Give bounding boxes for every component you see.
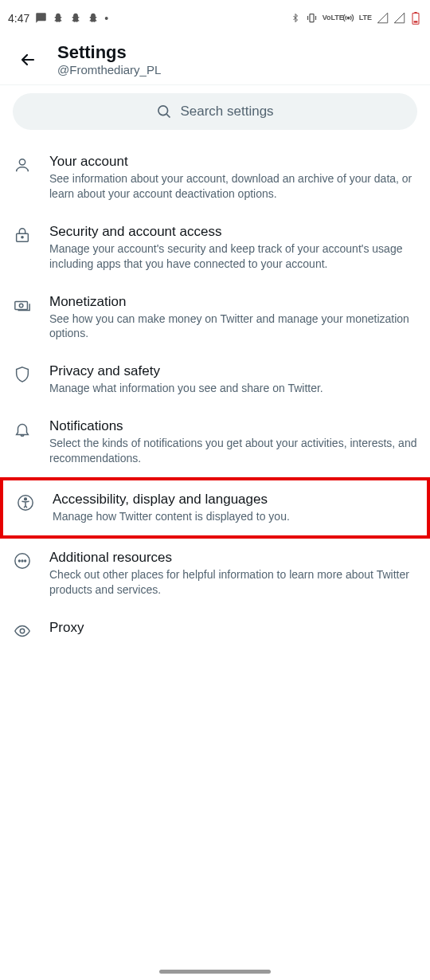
settings-item-notifications[interactable]: Notifications Select the kinds of notifi…	[0, 407, 430, 477]
setting-title: Security and account access	[49, 224, 417, 240]
signal-icon	[376, 12, 389, 25]
snapchat-icon	[69, 12, 82, 25]
settings-item-account[interactable]: Your account See information about your …	[0, 143, 430, 213]
svg-point-16	[25, 560, 26, 562]
status-time: 4:47	[8, 12, 29, 25]
setting-desc: See information about your account, down…	[49, 171, 417, 202]
eye-icon	[13, 621, 32, 641]
snapchat-icon	[87, 12, 100, 25]
svg-point-1	[347, 17, 350, 19]
setting-title: Accessibility, display and languages	[53, 492, 414, 508]
snapchat-icon	[52, 12, 64, 25]
battery-icon	[409, 12, 422, 25]
settings-header: Settings @Fromthediary_PL	[0, 36, 430, 85]
setting-desc: See how you can make money on Twitter an…	[49, 312, 417, 342]
setting-title: Additional resources	[49, 550, 417, 566]
person-icon	[13, 155, 32, 174]
search-input[interactable]: Search settings	[13, 93, 417, 130]
back-button[interactable]	[13, 45, 43, 75]
svg-point-5	[158, 106, 168, 116]
settings-item-monetization[interactable]: Monetization See how you can make money …	[0, 283, 430, 353]
settings-item-resources[interactable]: Additional resources Check out other pla…	[0, 539, 430, 609]
settings-item-proxy[interactable]: Proxy	[0, 609, 430, 652]
nav-indicator	[159, 970, 271, 974]
signal-icon	[393, 12, 405, 25]
svg-rect-4	[414, 21, 418, 22]
settings-item-accessibility[interactable]: Accessibility, display and languages Man…	[0, 477, 430, 539]
page-title: Settings	[57, 42, 161, 63]
setting-desc: Check out other places for helpful infor…	[49, 567, 417, 598]
settings-list: Your account See information about your …	[0, 138, 430, 652]
svg-rect-9	[15, 301, 28, 309]
account-handle: @Fromthediary_PL	[57, 63, 161, 76]
svg-rect-3	[414, 12, 416, 14]
hotspot-icon	[342, 12, 355, 25]
setting-title: Monetization	[49, 294, 417, 310]
setting-desc: Manage how Twitter content is displayed …	[53, 509, 414, 524]
svg-point-17	[20, 629, 25, 633]
message-icon	[34, 12, 47, 25]
setting-title: Notifications	[49, 418, 417, 434]
bluetooth-icon	[289, 12, 302, 25]
more-dot-icon: •	[104, 12, 108, 25]
lte-indicator: LTE	[359, 14, 372, 22]
setting-title: Privacy and safety	[49, 363, 417, 379]
setting-desc: Manage your account's security and keep …	[49, 241, 417, 272]
status-bar: 4:47 • VoLTE LTE	[0, 0, 430, 36]
accessibility-icon	[16, 493, 35, 512]
svg-rect-0	[310, 14, 314, 22]
svg-point-12	[25, 498, 27, 500]
volte-indicator: VoLTE	[322, 14, 338, 22]
bell-icon	[13, 420, 32, 439]
shield-icon	[13, 365, 32, 384]
setting-title: Proxy	[49, 620, 417, 636]
setting-title: Your account	[49, 154, 417, 170]
vibrate-icon	[306, 12, 319, 25]
settings-item-security[interactable]: Security and account access Manage your …	[0, 213, 430, 283]
settings-item-privacy[interactable]: Privacy and safety Manage what informati…	[0, 352, 430, 407]
svg-point-8	[22, 236, 23, 237]
more-circle-icon	[13, 551, 32, 570]
svg-point-10	[19, 304, 23, 308]
svg-point-14	[18, 560, 20, 562]
setting-desc: Select the kinds of notifications you ge…	[49, 436, 417, 466]
search-icon	[156, 104, 172, 120]
lock-icon	[13, 225, 32, 245]
search-placeholder: Search settings	[180, 104, 273, 120]
setting-desc: Manage what information you see and shar…	[49, 381, 417, 396]
svg-point-6	[19, 159, 25, 165]
svg-point-15	[22, 560, 23, 562]
money-icon	[13, 296, 32, 315]
